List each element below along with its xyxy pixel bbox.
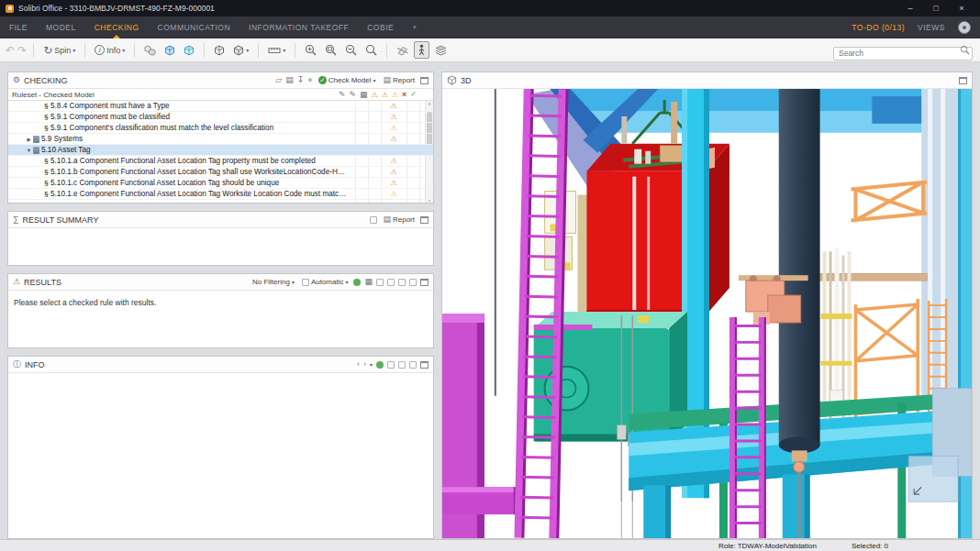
menu-information-takeoff[interactable]: INFORMATION TAKEOFF	[239, 17, 358, 39]
pencil2-icon[interactable]: ✎	[349, 91, 356, 99]
model-cabinets	[545, 192, 589, 312]
grid-icon[interactable]: ▦	[360, 91, 368, 99]
rule-label: 5.10.1.c Component Functional Asset Loca…	[50, 179, 279, 187]
selection-basket-button[interactable]	[161, 43, 178, 58]
rule-label: 5.10 Asset Tag	[41, 146, 91, 154]
zoom-extents-button[interactable]	[362, 42, 380, 58]
menu-file[interactable]: FILE	[0, 17, 37, 39]
automatic-icon	[302, 279, 309, 286]
results-tool-icon[interactable]	[409, 279, 417, 286]
section-tool-button[interactable]	[394, 43, 411, 58]
menu-cobie[interactable]: COBIE	[358, 17, 403, 39]
results-tool-icon[interactable]	[387, 279, 395, 286]
info-button[interactable]: i Info ▾	[92, 43, 128, 57]
menu-communication[interactable]: COMMUNICATION	[149, 17, 240, 39]
search-box	[833, 43, 973, 61]
report-button[interactable]: ▤ Report	[381, 76, 417, 84]
maximize-panel-icon[interactable]	[420, 216, 429, 224]
list-view-icon[interactable]: ▦	[364, 278, 373, 286]
severity-moderate-column-icon[interactable]: ⚠	[372, 91, 378, 99]
chevron-down-icon: ▾	[292, 279, 295, 285]
model-structure-button[interactable]	[141, 43, 159, 58]
pencil-icon[interactable]: ✎	[339, 91, 346, 99]
walk-mode-button[interactable]	[414, 41, 429, 59]
zoom-window-button[interactable]	[322, 42, 340, 58]
filter-dropdown[interactable]: No Filtering ▾	[251, 278, 296, 286]
summary-tool-icon[interactable]	[370, 216, 377, 224]
prev-icon[interactable]: ‹	[357, 360, 360, 369]
redo-icon[interactable]: ↷	[17, 45, 27, 56]
menu-add-tab[interactable]: +	[403, 17, 426, 39]
layers-button[interactable]	[432, 43, 450, 58]
rule-row[interactable]: §5.10.1.a Component Functional Asset Loc…	[8, 156, 433, 167]
maximize-panel-icon[interactable]	[420, 77, 429, 84]
zoom-in-button[interactable]	[302, 42, 319, 58]
3d-viewport[interactable]	[442, 89, 972, 538]
3d-panel: 3D	[441, 72, 973, 539]
info-panel: ⓘ INFO ‹ › ▾	[7, 356, 434, 539]
search-input[interactable]	[833, 47, 973, 61]
severity-moderate-icon: ⚠	[385, 135, 402, 143]
hide-component-button[interactable]	[181, 43, 197, 58]
visibility-cube-button[interactable]: ▾	[230, 43, 251, 58]
zoom-out-button[interactable]	[342, 42, 360, 58]
info-tool-icon[interactable]	[409, 361, 417, 369]
rule-label: 5.9.1 Component must be classified	[50, 113, 170, 121]
zoom-in-icon	[305, 44, 317, 56]
summary-report-button[interactable]: ▤ Report	[381, 215, 417, 224]
rejected-column-icon[interactable]: ×	[402, 91, 406, 99]
maximize-panel-icon[interactable]	[959, 77, 967, 84]
rule-row[interactable]: §5.10.1.b Component Functional Asset Loc…	[8, 167, 433, 178]
ruleset-group-row[interactable]: ▼5.10 Asset Tag	[8, 145, 433, 156]
expand-icon[interactable]: ▶	[25, 137, 33, 142]
severity-moderate-icon: ⚠	[385, 102, 402, 110]
rule-label: 5.10.1.a Component Functional Asset Loca…	[50, 157, 316, 165]
section-sign-icon: §	[42, 157, 50, 165]
transparency-cube-button[interactable]	[211, 43, 228, 58]
download-icon[interactable]: ↧	[297, 76, 305, 84]
statusbar: Role: TDWAY-ModelValidation Selected: 0	[0, 539, 980, 551]
check-model-button[interactable]: ✓ Check Model ▾	[317, 76, 378, 84]
rule-row[interactable]: §5.10.1.c Component Functional Asset Loc…	[8, 178, 433, 189]
maximize-panel-icon[interactable]	[420, 361, 429, 369]
hyperlink-icon[interactable]	[376, 361, 384, 369]
info-tool-icon[interactable]	[398, 361, 406, 369]
walk-person-icon	[418, 44, 426, 56]
results-tool-icon[interactable]	[398, 279, 406, 286]
rule-label: 5.8.4 Component must have a Type	[50, 102, 170, 110]
menu-views[interactable]: VIEWS	[918, 23, 945, 32]
show-accepted-icon[interactable]	[353, 279, 361, 286]
severity-low-column-icon[interactable]: ⚠	[392, 91, 398, 99]
maximize-panel-icon[interactable]	[420, 279, 429, 286]
minimize-button[interactable]: –	[897, 4, 923, 13]
maximize-button[interactable]: □	[923, 4, 949, 13]
rule-row[interactable]: §5.8.4 Component must have a Type⚠	[8, 101, 433, 112]
rule-row[interactable]: §5.10.1.e Component Functional Asset Loc…	[8, 189, 433, 200]
ruleset-group-row[interactable]: ▶5.9 Systems⚠	[8, 134, 433, 145]
spin-button[interactable]: ↻ Spin ▾	[40, 43, 78, 58]
info-tool-icon[interactable]	[387, 361, 395, 369]
rule-label: 5.9 Systems	[41, 135, 83, 143]
check-model-label: Check Model	[329, 76, 372, 84]
close-button[interactable]: ×	[949, 4, 974, 13]
rule-row[interactable]: §5.9.1 Component's classification must m…	[8, 123, 433, 134]
teal-cube-icon	[184, 45, 195, 56]
rule-row[interactable]: §5.9.1 Component must be classified⚠	[8, 112, 433, 123]
undo-icon[interactable]: ↶	[6, 45, 15, 56]
next-icon[interactable]: ›	[363, 360, 366, 369]
blue-cube-icon	[164, 45, 175, 56]
open-ruleset-icon[interactable]: ▱	[275, 76, 282, 84]
todo-counter[interactable]: TO-DO (0/13)	[852, 23, 905, 32]
accepted-column-icon[interactable]: ✓	[410, 91, 417, 98]
collapse-icon[interactable]: ▼	[25, 148, 33, 153]
menu-checking[interactable]: CHECKING	[85, 17, 149, 39]
menu-model[interactable]: MODEL	[37, 17, 85, 39]
dimension-tool-button[interactable]: ▾	[265, 44, 288, 57]
print-icon[interactable]: ▤	[285, 76, 294, 84]
model-compass-icon[interactable]	[958, 21, 971, 34]
automatic-dropdown[interactable]: Automatic ▾	[300, 278, 351, 286]
severity-moderate2-column-icon[interactable]: ⚠	[382, 91, 388, 99]
chevron-down-icon[interactable]: ▾	[370, 361, 373, 368]
results-tool-icon[interactable]	[376, 279, 384, 286]
checking-rows: ∧ ∨ §5.8.4 Component must have a Type⚠§5…	[8, 101, 433, 203]
